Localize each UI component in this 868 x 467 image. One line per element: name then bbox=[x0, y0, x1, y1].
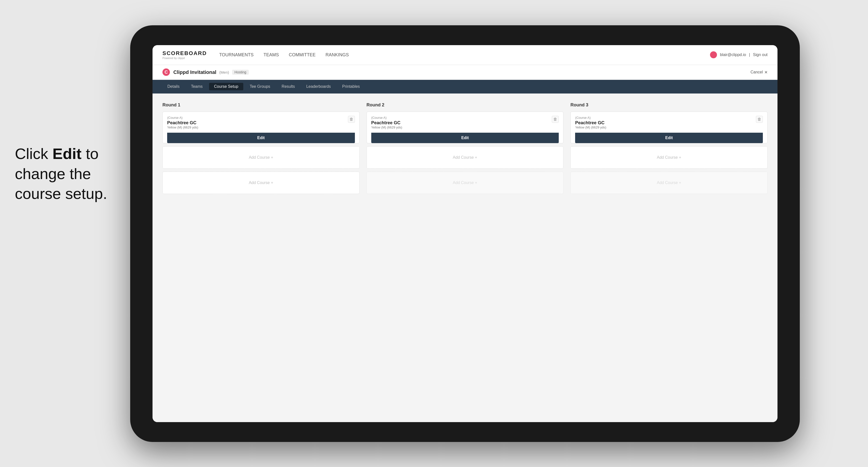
round-3-course-details: Yellow (M) (6629 yds) bbox=[575, 125, 606, 129]
nav-committee[interactable]: COMMITTEE bbox=[289, 51, 316, 59]
round-2-delete-button[interactable]: 🗑 bbox=[552, 116, 559, 123]
round-1-title: Round 1 bbox=[162, 102, 360, 107]
cancel-button[interactable]: Cancel ✕ bbox=[750, 70, 768, 75]
logo-area: SCOREBOARD Powered by clippd bbox=[162, 50, 207, 60]
tab-details[interactable]: Details bbox=[162, 83, 185, 90]
top-nav: SCOREBOARD Powered by clippd TOURNAMENTS… bbox=[153, 45, 777, 65]
round-2-course-label: (Course A) bbox=[371, 116, 402, 120]
round-2-add-course-2: Add Course + bbox=[367, 172, 564, 194]
nav-tournaments[interactable]: TOURNAMENTS bbox=[219, 51, 254, 59]
round-3-course-name: Peachtree GC bbox=[575, 120, 606, 125]
round-1-course-name: Peachtree GC bbox=[167, 120, 198, 125]
nav-rankings[interactable]: RANKINGS bbox=[326, 51, 349, 59]
main-content: Round 1 (Course A) Peachtree GC Yellow (… bbox=[153, 93, 777, 422]
round-3-add-course-1[interactable]: Add Course + bbox=[570, 146, 768, 169]
tablet-screen: SCOREBOARD Powered by clippd TOURNAMENTS… bbox=[153, 45, 777, 422]
tournament-gender: (Men) bbox=[219, 70, 229, 74]
round-3-delete-button[interactable]: 🗑 bbox=[756, 116, 763, 123]
round-2-course-details: Yellow (M) (6629 yds) bbox=[371, 125, 402, 129]
user-email: blair@clippd.io bbox=[720, 53, 746, 57]
round-3-course-label: (Course A) bbox=[575, 116, 606, 120]
round-2-add-course-1[interactable]: Add Course + bbox=[367, 146, 564, 169]
tab-leaderboards[interactable]: Leaderboards bbox=[301, 83, 336, 90]
round-1-edit-button[interactable]: Edit bbox=[167, 133, 355, 143]
round-1-course-card: (Course A) Peachtree GC Yellow (M) (6629… bbox=[162, 112, 360, 143]
sub-header: C Clippd Invitational (Men) Hosting Canc… bbox=[153, 65, 777, 80]
user-avatar bbox=[710, 51, 717, 58]
round-2-course-name: Peachtree GC bbox=[371, 120, 402, 125]
round-2-course-card: (Course A) Peachtree GC Yellow (M) (6629… bbox=[367, 112, 564, 143]
tab-printables[interactable]: Printables bbox=[337, 83, 365, 90]
round-1-course-label: (Course A) bbox=[167, 116, 198, 120]
round-3-edit-button[interactable]: Edit bbox=[575, 133, 763, 143]
tabs-bar: Details Teams Course Setup Tee Groups Re… bbox=[153, 80, 777, 93]
round-1-column: Round 1 (Course A) Peachtree GC Yellow (… bbox=[162, 102, 360, 197]
tablet-frame: SCOREBOARD Powered by clippd TOURNAMENTS… bbox=[130, 25, 800, 442]
tab-teams[interactable]: Teams bbox=[186, 83, 208, 90]
user-area: blair@clippd.io | Sign out bbox=[710, 51, 768, 58]
round-2-column: Round 2 (Course A) Peachtree GC Yellow (… bbox=[367, 102, 564, 197]
sign-out-button[interactable]: Sign out bbox=[753, 53, 768, 57]
tournament-name: Clippd Invitational bbox=[173, 69, 216, 75]
round-1-course-details: Yellow (M) (6629 yds) bbox=[167, 125, 198, 129]
round-1-add-course-2[interactable]: Add Course + bbox=[162, 172, 360, 194]
round-3-column: Round 3 (Course A) Peachtree GC Yellow (… bbox=[570, 102, 768, 197]
round-3-course-card: (Course A) Peachtree GC Yellow (M) (6629… bbox=[570, 112, 768, 143]
annotation-text: Click Edit tochange thecourse setup. bbox=[15, 144, 107, 204]
nav-links: TOURNAMENTS TEAMS COMMITTEE RANKINGS bbox=[219, 51, 710, 59]
logo-title: SCOREBOARD bbox=[162, 50, 207, 57]
rounds-grid: Round 1 (Course A) Peachtree GC Yellow (… bbox=[162, 102, 768, 197]
logo-subtitle: Powered by clippd bbox=[162, 57, 207, 60]
round-3-title: Round 3 bbox=[570, 102, 768, 107]
hosting-badge: Hosting bbox=[232, 70, 249, 75]
tab-results[interactable]: Results bbox=[277, 83, 300, 90]
nav-teams[interactable]: TEAMS bbox=[264, 51, 279, 59]
tournament-icon: C bbox=[162, 68, 170, 76]
round-2-edit-button[interactable]: Edit bbox=[371, 133, 559, 143]
tab-course-setup[interactable]: Course Setup bbox=[209, 83, 243, 90]
tab-tee-groups[interactable]: Tee Groups bbox=[245, 83, 275, 90]
round-1-delete-button[interactable]: 🗑 bbox=[348, 116, 355, 123]
round-2-title: Round 2 bbox=[367, 102, 564, 107]
round-3-add-course-2: Add Course + bbox=[570, 172, 768, 194]
separator: | bbox=[749, 53, 750, 57]
round-1-add-course-1[interactable]: Add Course + bbox=[162, 146, 360, 169]
